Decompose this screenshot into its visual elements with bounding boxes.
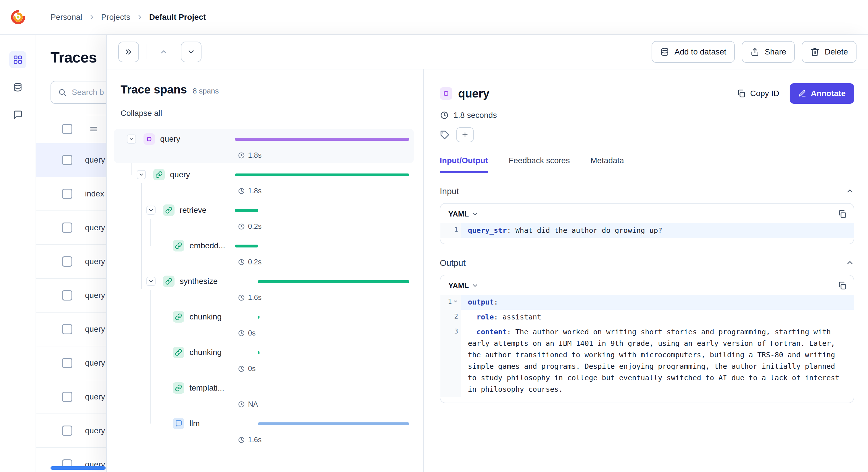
delete-button[interactable]: Delete	[802, 41, 857, 63]
span-duration: 1.6s	[238, 436, 261, 444]
code-text: output:	[461, 295, 854, 310]
breadcrumb-item[interactable]: Projects	[101, 12, 130, 22]
sidebar-item-feedback[interactable]	[9, 106, 26, 123]
output-format-select[interactable]: YAML	[448, 281, 478, 290]
sidebar-item-projects[interactable]	[9, 51, 26, 68]
breadcrumb-item[interactable]: Personal	[51, 12, 82, 22]
duration-bar	[235, 138, 409, 141]
span-row[interactable]: llm 1.6s	[121, 415, 412, 450]
format-label: YAML	[448, 281, 469, 290]
database-icon	[660, 47, 670, 57]
share-button[interactable]: Share	[742, 41, 795, 63]
add-to-dataset-button[interactable]: Add to dataset	[652, 41, 735, 63]
share-icon	[750, 47, 760, 57]
add-tag-button[interactable]	[456, 127, 474, 142]
duration-bar	[235, 245, 258, 247]
trace-type-icon	[440, 87, 453, 100]
breadcrumb: PersonalProjectsDefault Project	[51, 12, 206, 22]
span-tree: query 1.8s query 1.8s	[121, 131, 412, 463]
collapse-input-icon[interactable]	[846, 187, 854, 196]
tag-icon	[440, 130, 450, 140]
collapse-toggle[interactable]	[146, 277, 156, 286]
duration-bar	[258, 316, 259, 318]
trace-row-label: query	[85, 156, 105, 165]
tab-metadata[interactable]: Metadata	[590, 156, 624, 173]
previous-trace-button[interactable]	[153, 42, 174, 62]
annotate-button[interactable]: Annotate	[789, 83, 854, 104]
clock-icon	[238, 223, 245, 230]
expand-panel-button[interactable]	[118, 42, 139, 62]
line-number: 2	[440, 310, 461, 325]
row-checkbox[interactable]	[62, 290, 72, 301]
row-checkbox[interactable]	[62, 392, 72, 402]
span-row[interactable]: synthesize 1.6s	[121, 273, 412, 308]
row-checkbox[interactable]	[62, 189, 72, 199]
trace-row-label: query	[85, 325, 105, 334]
chevron-down-icon	[187, 47, 195, 56]
chain-icon	[153, 169, 165, 180]
code-text: content: The author worked on writing sh…	[461, 325, 854, 397]
chain-icon	[173, 382, 184, 394]
span-label: retrieve	[180, 206, 206, 215]
code-line: 3 content: The author worked on writing …	[440, 325, 854, 397]
share-label: Share	[765, 47, 786, 57]
span-row[interactable]: query 1.8s	[121, 166, 412, 202]
collapse-output-icon[interactable]	[846, 259, 854, 267]
collapse-toggle[interactable]	[136, 170, 146, 179]
duration-bar	[258, 423, 409, 425]
clock-icon	[238, 294, 245, 301]
span-row[interactable]: chunking 0s	[121, 344, 412, 379]
row-checkbox[interactable]	[62, 358, 72, 368]
copy-output-button[interactable]	[838, 281, 847, 290]
trace-detail-overlay: Add to dataset Share Delete Trace spans …	[106, 35, 868, 472]
span-label: embedd...	[189, 241, 225, 250]
chain-icon	[173, 311, 184, 323]
table-menu-icon[interactable]	[89, 125, 98, 134]
add-to-dataset-label: Add to dataset	[675, 47, 726, 57]
row-checkbox[interactable]	[62, 155, 72, 165]
row-checkbox[interactable]	[62, 223, 72, 233]
search-icon	[58, 88, 67, 97]
breadcrumb-item[interactable]: Default Project	[149, 12, 206, 22]
message-icon	[13, 110, 23, 120]
collapse-toggle[interactable]	[146, 206, 156, 215]
divider	[146, 44, 146, 59]
span-label: chunking	[189, 312, 222, 322]
span-label: llm	[189, 419, 200, 428]
span-row[interactable]: chunking 0s	[121, 308, 412, 344]
span-row[interactable]: templati... NA	[121, 379, 412, 415]
select-all-checkbox[interactable]	[62, 124, 72, 134]
copy-id-button[interactable]: Copy ID	[737, 89, 779, 98]
row-checkbox[interactable]	[62, 426, 72, 436]
detail-title: query	[458, 87, 489, 100]
line-number: 3	[440, 325, 461, 397]
tab-feedback-scores[interactable]: Feedback scores	[508, 156, 570, 173]
next-trace-button[interactable]	[181, 42, 202, 62]
collapse-toggle[interactable]	[127, 134, 136, 144]
span-row[interactable]: retrieve 0.2s	[121, 202, 412, 237]
span-row[interactable]: embedd... 0.2s	[121, 237, 412, 273]
code-text: query_str: What did the author do growin…	[461, 223, 854, 238]
horizontal-scrollbar-thumb[interactable]	[51, 466, 105, 470]
sidebar-item-datasets[interactable]	[9, 78, 26, 96]
input-format-select[interactable]: YAML	[448, 210, 478, 218]
plus-icon	[461, 131, 469, 138]
database-icon	[13, 82, 23, 92]
copy-input-button[interactable]	[838, 209, 847, 218]
collapse-all-button[interactable]: Collapse all	[121, 109, 162, 118]
fold-icon[interactable]	[453, 298, 458, 304]
row-checkbox[interactable]	[62, 324, 72, 334]
copy-id-label: Copy ID	[750, 89, 779, 98]
span-row[interactable]: query 1.8s	[121, 131, 412, 166]
format-label: YAML	[448, 210, 469, 218]
chevron-down-icon	[472, 282, 478, 289]
comet-logo[interactable]	[0, 8, 36, 26]
input-code-body: 1 query_str: What did the author do grow…	[440, 223, 854, 244]
trace-spans-panel: Trace spans 8 spans Collapse all query	[107, 69, 424, 472]
top-bar: PersonalProjectsDefault Project	[0, 0, 868, 35]
grid-icon	[13, 55, 23, 65]
chain-icon	[173, 240, 184, 251]
code-line: 1 output:	[440, 295, 854, 310]
row-checkbox[interactable]	[62, 256, 72, 267]
tab-input-output[interactable]: Input/Output	[440, 156, 488, 173]
